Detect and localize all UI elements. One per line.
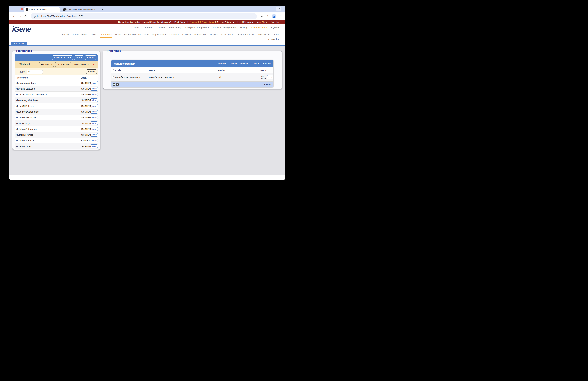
main-nav-item[interactable]: Clinical [157, 26, 165, 29]
tab-search-button[interactable] [276, 7, 281, 11]
profile-avatar[interactable] [272, 14, 276, 18]
saved-searches-button[interactable]: Saved Searches ▾ [52, 55, 73, 60]
ou-hospital-link[interactable]: Hospital [271, 38, 279, 41]
status-cell: User (Active) [259, 73, 268, 81]
table-row: Mutation Statuses CLINICAL View [15, 138, 98, 143]
main-nav-item[interactable]: Patients [144, 26, 152, 29]
view-button[interactable]: View [91, 81, 98, 85]
view-button[interactable]: View [91, 133, 98, 136]
sub-nav-item[interactable]: Sent Reports [221, 33, 235, 36]
view-button[interactable]: View [91, 104, 98, 108]
sub-nav-item[interactable]: Facilities [182, 33, 191, 36]
sub-nav-item[interactable]: Permissions [194, 33, 207, 36]
view-button[interactable]: View [91, 87, 98, 90]
separator: | [267, 21, 271, 23]
session-link[interactable]: |2 Notifications [197, 21, 214, 23]
session-link[interactable]: |Recent Patients ▾ [214, 21, 234, 23]
sub-nav-item[interactable]: Locations [169, 33, 179, 36]
area-cell: SYSTEM [80, 86, 91, 91]
main-nav-item[interactable]: Administration [251, 26, 267, 29]
preference-cell: Movement Categories [15, 109, 80, 114]
session-link[interactable]: |2 Tasks [186, 21, 197, 23]
table-row: Micro Array GainLoss SYSTEM View [15, 97, 98, 103]
clear-search-button[interactable]: Clear Search [55, 62, 71, 67]
page-tab-preferences[interactable]: Preferences [11, 42, 27, 45]
address-bar[interactable]: i localhost:8080/App/App.html?locale=sv_… [31, 13, 257, 19]
column-header-area: Area [80, 75, 91, 80]
edit-search-button[interactable]: Edit Search [39, 62, 54, 67]
code-cell: Manufactured Item no. 1 [114, 73, 148, 81]
view-button[interactable]: View [91, 93, 98, 96]
view-button[interactable]: View [91, 116, 98, 119]
browser-tabstrip: iGene: Preferences ✕ iGene: New Manufact… [9, 6, 285, 12]
browser-tab-inactive[interactable]: iGene: New Manufactured Ite ✕ [62, 7, 98, 12]
main-nav-item[interactable]: Laboratory [169, 26, 181, 29]
remove-record-button[interactable]: − [116, 83, 119, 86]
site-info-icon[interactable]: i [33, 15, 36, 18]
back-icon[interactable]: ← [13, 15, 16, 18]
browser-tab-active[interactable]: iGene: Preferences ✕ [24, 7, 60, 12]
new-tab-button[interactable]: + [100, 7, 105, 12]
sub-nav-item[interactable]: Clinics [90, 33, 97, 36]
refresh-link[interactable]: Refresh [263, 62, 271, 65]
close-window-button[interactable] [21, 8, 23, 10]
url-field[interactable]: localhost:8080/App/App.html?locale=sv_SE… [37, 15, 83, 18]
view-button[interactable]: View [91, 139, 98, 142]
sub-nav-item[interactable]: Reports [210, 33, 218, 36]
sub-nav-item[interactable]: Address Book [72, 33, 87, 36]
bookmark-star-icon[interactable]: ☆ [266, 14, 269, 18]
saved-searches-menu[interactable]: Saved Searches ▾ [231, 62, 248, 65]
view-button[interactable]: View [91, 127, 98, 131]
add-record-button[interactable]: + [113, 83, 115, 86]
sub-nav-item[interactable]: Noticeboard [258, 33, 270, 36]
reload-icon[interactable]: ⟳ [24, 15, 27, 18]
sub-nav-item[interactable]: Staff [144, 33, 149, 36]
refresh-button[interactable]: Refresh [85, 55, 96, 60]
area-cell: CLINICAL [80, 138, 91, 143]
edit-button[interactable]: Edit [267, 75, 273, 80]
preferences-panel: Preferences Saved Searches ▾ Print ▾ Ref… [12, 49, 100, 150]
tab-close-icon[interactable]: ✕ [94, 8, 96, 11]
row-checkbox[interactable] [112, 76, 114, 78]
session-link[interactable]: |Local Filestore ▾ [234, 21, 253, 23]
table-row: Mode Of Delivery SYSTEM View [15, 103, 98, 109]
tab-close-icon[interactable]: ✕ [56, 8, 58, 11]
sub-nav-item[interactable]: Preferences [100, 33, 112, 36]
main-nav-item[interactable]: System [271, 26, 279, 29]
session-link[interactable]: |Sign Out [267, 21, 279, 23]
sub-nav-item[interactable]: Audits [273, 33, 280, 36]
view-button[interactable]: View [91, 98, 98, 102]
preferences-panel-legend: Preferences [16, 49, 33, 52]
main-nav-item[interactable]: Home [133, 26, 139, 29]
actions-menu[interactable]: Actions ▾ [218, 62, 226, 65]
main-nav-item[interactable]: Quality Management [213, 26, 236, 29]
more-actions-button[interactable]: More Actions ▾ [73, 62, 90, 67]
close-search-icon[interactable]: ✕ [92, 63, 95, 66]
main-nav-item[interactable]: Billing [240, 26, 247, 29]
igene-logo: iGene [12, 25, 31, 33]
name-input[interactable] [27, 70, 43, 74]
table-row: Movement Types SYSTEM View [15, 120, 98, 126]
session-link[interactable]: |Print Queue [171, 21, 186, 23]
forward-icon[interactable]: → [19, 15, 21, 18]
search-button[interactable]: Search [86, 69, 97, 74]
sub-nav-item[interactable]: Distribution Lists [124, 33, 141, 36]
session-link[interactable]: |Main Menu [253, 21, 267, 23]
preferences-table-body: Manufactured Items SYSTEM View Marriage … [15, 80, 98, 149]
search-title: Starts with [19, 63, 38, 66]
view-button[interactable]: View [91, 144, 98, 148]
browser-menu-icon[interactable]: ⋮ [279, 14, 282, 18]
sub-nav-item[interactable]: Saved Searches [238, 33, 255, 36]
print-menu[interactable]: Print ▾ [252, 62, 258, 65]
print-button[interactable]: Print ▾ [74, 55, 84, 60]
select-all-checkbox[interactable] [112, 69, 114, 71]
sub-nav-item[interactable]: Users [115, 33, 121, 36]
view-button[interactable]: View [91, 121, 98, 125]
person-icon [273, 16, 276, 18]
password-key-icon[interactable] [260, 15, 264, 18]
sub-nav-item[interactable]: Organisations [152, 33, 166, 36]
view-button[interactable]: View [91, 110, 98, 113]
table-row: Medicare Number Preferences SYSTEM View [15, 92, 98, 97]
main-nav-item[interactable]: Sample Management [185, 26, 209, 29]
sub-nav-item[interactable]: Letters [62, 33, 69, 36]
